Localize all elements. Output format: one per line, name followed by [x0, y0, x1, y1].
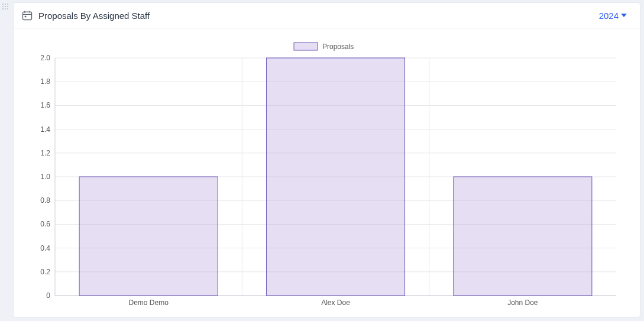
- bar-chart: Proposals00.20.40.60.81.01.21.41.61.82.0…: [31, 40, 622, 311]
- bar[interactable]: [266, 58, 404, 296]
- y-tick-label: 0.6: [40, 220, 50, 228]
- y-tick-label: 0.4: [40, 244, 50, 252]
- y-tick-label: 2.0: [40, 54, 50, 62]
- svg-rect-1: [25, 16, 27, 18]
- y-tick-label: 1.2: [40, 149, 50, 157]
- y-tick-label: 0.8: [40, 196, 50, 205]
- drag-handle[interactable]: [2, 4, 9, 11]
- year-dropdown[interactable]: 2024: [596, 10, 630, 21]
- y-tick-label: 1.8: [40, 77, 50, 86]
- y-tick-label: 0.2: [40, 268, 50, 276]
- bar[interactable]: [79, 177, 218, 296]
- legend: Proposals: [294, 43, 354, 51]
- svg-rect-0: [23, 12, 32, 20]
- x-tick-label: Alex Doe: [321, 299, 350, 307]
- x-tick-label: Demo Demo: [128, 299, 169, 307]
- y-tick-label: 1.0: [40, 173, 50, 181]
- calendar-icon: [21, 9, 34, 22]
- card-header: Proposals By Assigned Staff 2024: [14, 3, 640, 28]
- chart-area: Proposals00.20.40.60.81.01.21.41.61.82.0…: [14, 28, 640, 317]
- y-tick-label: 1.6: [40, 101, 50, 109]
- legend-label: Proposals: [322, 43, 354, 51]
- card-title: Proposals By Assigned Staff: [38, 11, 150, 21]
- y-tick-label: 1.4: [40, 125, 50, 134]
- svg-rect-2: [294, 43, 318, 50]
- year-label: 2024: [599, 11, 619, 21]
- chevron-down-icon: [621, 14, 627, 17]
- x-tick-label: John Doe: [507, 299, 538, 307]
- chart-card: Proposals By Assigned Staff 2024 Proposa…: [13, 2, 640, 317]
- y-tick-label: 0: [46, 291, 50, 300]
- bar[interactable]: [454, 177, 592, 296]
